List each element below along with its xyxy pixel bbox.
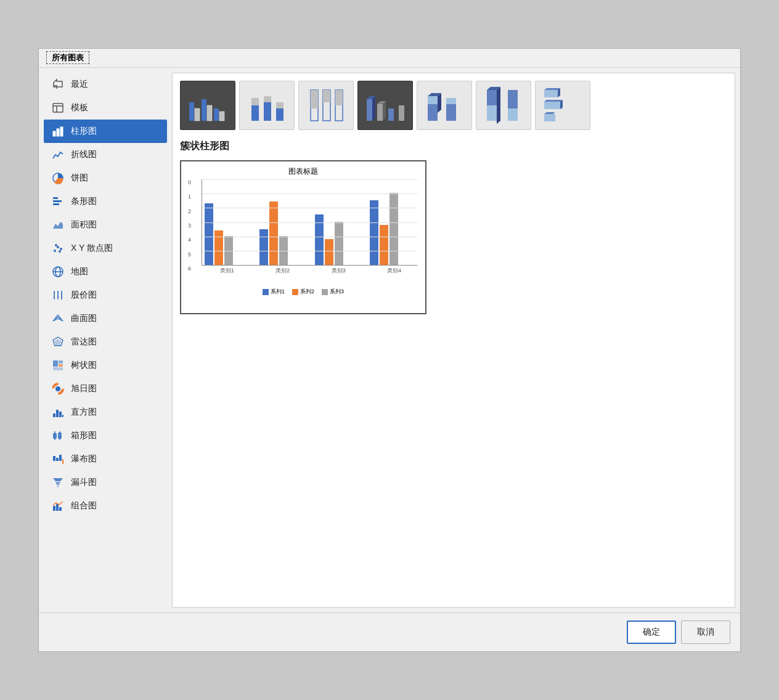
bar-series2 [214, 230, 223, 265]
sidebar-item-label: 模板 [71, 102, 88, 113]
ok-button[interactable]: 确定 [627, 621, 676, 644]
svg-rect-37 [56, 410, 59, 417]
chart-thumb-clustered[interactable] [180, 81, 235, 130]
sidebar-item-label: 股价图 [71, 290, 97, 301]
sidebar-item-strip-chart[interactable]: 条形图 [44, 190, 167, 213]
svg-rect-94 [544, 90, 558, 97]
insert-chart-dialog: 所有图表 最近 [38, 48, 741, 652]
legend-series3: 系列3 [322, 288, 344, 296]
dialog-title: 所有图表 [46, 51, 89, 64]
svg-rect-54 [56, 504, 59, 511]
sidebar-item-template[interactable]: 模板 [44, 96, 167, 120]
sidebar-item-sunburst-chart[interactable]: 旭日图 [44, 377, 167, 401]
chart-thumb-100stacked[interactable] [298, 81, 354, 130]
pie-chart-icon [51, 171, 65, 185]
sidebar-item-label: 瀑布图 [71, 454, 97, 465]
bar-group [370, 193, 415, 265]
dialog-title-bar: 所有图表 [39, 49, 740, 68]
bar-series2 [269, 201, 278, 265]
sidebar-item-boxplot-chart[interactable]: 箱形图 [44, 424, 167, 447]
svg-rect-3 [53, 131, 55, 136]
chart-thumb-3d-100stacked[interactable] [476, 81, 531, 130]
sidebar-item-label: 折线图 [71, 149, 97, 160]
bar-chart-icon [51, 124, 65, 138]
svg-rect-36 [53, 413, 55, 417]
x-label: 类别3 [316, 267, 362, 275]
sidebar-item-bar-chart[interactable]: 柱形图 [44, 120, 167, 143]
surface-chart-icon [51, 312, 65, 325]
bar-group [315, 214, 360, 265]
sidebar-item-scatter-chart[interactable]: X Y 散点图 [44, 237, 167, 260]
svg-rect-87 [446, 98, 456, 104]
sidebar-item-pie-chart[interactable]: 饼图 [44, 166, 167, 190]
svg-rect-60 [214, 108, 219, 121]
chart-preview: 图表标题 6543210 类别1类别2类别3类别4 系列1 [180, 160, 426, 314]
area-chart-icon [51, 218, 65, 232]
sidebar-item-line-chart[interactable]: 折线图 [44, 143, 167, 166]
sunburst-chart-icon [51, 382, 65, 396]
svg-rect-4 [57, 129, 59, 136]
bar-series2 [325, 239, 333, 265]
bar-series1 [315, 214, 324, 265]
boxplot-chart-icon [51, 429, 65, 442]
svg-rect-71 [323, 90, 330, 102]
line-chart-icon [51, 148, 65, 161]
scatter-chart-icon [51, 242, 65, 255]
svg-marker-76 [372, 96, 375, 121]
svg-rect-32 [59, 364, 63, 367]
svg-marker-91 [497, 87, 500, 124]
sidebar-item-stock-chart[interactable]: 股价图 [44, 283, 167, 307]
svg-rect-81 [399, 105, 404, 121]
preview-chart-area: 6543210 类别1类别2类别3类别4 [202, 179, 417, 284]
svg-rect-97 [544, 102, 563, 109]
svg-rect-59 [207, 105, 212, 121]
chart-thumb-stacked[interactable] [239, 81, 295, 130]
svg-rect-8 [53, 200, 62, 202]
svg-point-34 [55, 386, 60, 391]
bar-series3 [335, 222, 343, 265]
svg-rect-69 [311, 90, 318, 108]
sidebar-item-label: 饼图 [71, 173, 88, 184]
svg-point-11 [54, 250, 56, 252]
cancel-button[interactable]: 取消 [681, 621, 730, 644]
right-panel: 簇状柱形图 图表标题 6543210 类别1类别2类别3类别4 系列1 [172, 73, 735, 608]
sidebar-item-waterfall-chart[interactable]: 瀑布图 [44, 447, 167, 471]
sidebar-item-label: 最近 [71, 79, 88, 90]
svg-rect-77 [377, 104, 383, 121]
svg-rect-64 [264, 102, 271, 121]
bar-series3 [279, 236, 288, 265]
svg-marker-79 [383, 101, 386, 121]
svg-marker-85 [438, 93, 441, 113]
chart-type-sidebar: 最近 模板 [44, 73, 167, 608]
svg-marker-98 [544, 100, 563, 102]
svg-rect-58 [202, 99, 206, 121]
recent-icon [51, 78, 65, 91]
svg-rect-56 [189, 102, 194, 121]
svg-marker-52 [57, 486, 59, 488]
svg-rect-86 [446, 104, 456, 121]
bars-container [202, 179, 417, 266]
chart-thumb-3d-stacked[interactable] [417, 81, 472, 130]
sidebar-item-funnel-chart[interactable]: 漏斗图 [44, 471, 167, 494]
sidebar-item-label: 旭日图 [71, 383, 97, 394]
bar-series1 [259, 229, 268, 265]
svg-rect-7 [53, 197, 58, 199]
svg-rect-62 [251, 105, 259, 121]
svg-rect-66 [276, 108, 283, 121]
svg-rect-49 [62, 459, 63, 464]
sidebar-item-combo-chart[interactable]: 组合图 [44, 494, 167, 518]
sidebar-item-area-chart[interactable]: 面积图 [44, 213, 167, 237]
sidebar-item-radar-chart[interactable]: 雷达图 [44, 330, 167, 354]
svg-rect-46 [53, 456, 55, 461]
sidebar-item-map-chart[interactable]: 地图 [44, 260, 167, 283]
sidebar-item-histogram-chart[interactable]: 直方图 [44, 401, 167, 424]
sidebar-item-recent[interactable]: 最近 [44, 73, 167, 96]
chart-thumb-3d-clustered[interactable] [357, 81, 413, 130]
svg-marker-95 [544, 88, 560, 90]
bar-series1 [370, 200, 378, 265]
chart-thumb-3d-bar[interactable] [535, 81, 590, 130]
sidebar-item-treemap-chart[interactable]: 树状图 [44, 354, 167, 377]
svg-rect-82 [428, 104, 438, 121]
sidebar-item-surface-chart[interactable]: 曲面图 [44, 307, 167, 330]
dialog-body: 最近 模板 [39, 68, 740, 612]
